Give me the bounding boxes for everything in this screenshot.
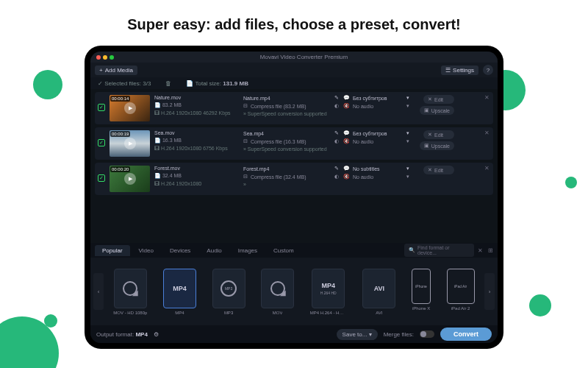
- audio-icon: 🔇: [343, 103, 350, 109]
- src-size: 📄 32.4 MB: [154, 173, 239, 179]
- play-icon[interactable]: ▶: [124, 138, 136, 149]
- tab-video[interactable]: Video: [132, 245, 161, 256]
- audio-dropdown[interactable]: No audio: [353, 174, 373, 180]
- play-icon[interactable]: ▶: [124, 173, 136, 185]
- thumbnail[interactable]: 00:00:19 ▶: [110, 130, 150, 157]
- edit-name-icon[interactable]: ✎: [334, 130, 339, 136]
- remove-file-button[interactable]: ✕: [484, 165, 490, 171]
- preset-label: MOV - HD 1080p: [113, 311, 147, 315]
- subs-dropdown[interactable]: Без субтитров: [353, 131, 387, 136]
- checkbox[interactable]: ✓: [98, 139, 105, 146]
- preset-mp4[interactable]: MP4MP4: [163, 269, 196, 315]
- merge-toggle[interactable]: [420, 330, 434, 338]
- remove-file-button[interactable]: ✕: [484, 130, 490, 136]
- page-headline: Super easy: add files, choose a preset, …: [0, 0, 588, 33]
- preset-search[interactable]: 🔍Find format or device...: [404, 244, 474, 257]
- file-list: ✓ 00:00:14 ▶ Nature.mov 📄 83.2 MB 🎞 H.26…: [90, 89, 498, 243]
- preset-mov-hd-1080p[interactable]: ◢MOV - HD 1080p: [113, 269, 147, 315]
- preset-ipad-air-2[interactable]: iPad AiriPad Air 2: [447, 269, 475, 315]
- edit-name-icon[interactable]: ✎: [334, 166, 339, 171]
- preset-mp3[interactable]: MP3MP3: [212, 269, 245, 315]
- total-size: 📄 Total size: 131.9 MB: [186, 80, 248, 87]
- preset-label: iPad Air 2: [451, 306, 470, 311]
- compress-icon: ⊟: [243, 174, 248, 180]
- src-codec: 🎞 H.264 1920x1080: [154, 181, 239, 186]
- wrench-icon: ✕: [428, 167, 432, 173]
- preset-next-button[interactable]: ›: [484, 273, 495, 310]
- subs-icon: 💬: [343, 95, 350, 101]
- zoom-dot[interactable]: [110, 55, 114, 60]
- preset-label: MOV: [273, 311, 283, 315]
- preset-iphone-x[interactable]: iPhoneiPhone X: [412, 269, 431, 315]
- audio-icon: 🔇: [343, 174, 350, 180]
- wrench-icon: ✕: [428, 132, 432, 138]
- save-to-button[interactable]: Save to... ▾: [337, 329, 378, 340]
- preset-label: AVI: [376, 311, 382, 315]
- upscale-button[interactable]: ▣ Upscale: [420, 141, 454, 150]
- edit-name-icon[interactable]: ✎: [334, 95, 339, 101]
- edit-button[interactable]: ✕ Edit: [423, 95, 454, 104]
- subs-dropdown[interactable]: Без субтитров: [353, 96, 387, 101]
- tablet-frame: Movavi Video Converter Premium +Add Medi…: [85, 46, 503, 349]
- compress-info[interactable]: Compress file (32.4 MB): [251, 174, 306, 180]
- edit-button[interactable]: ✕ Edit: [423, 130, 454, 139]
- compress-info[interactable]: Compress file (16.3 MB): [251, 139, 306, 144]
- src-filename: Nature.mov: [154, 95, 239, 100]
- ai-icon: ▣: [424, 107, 429, 113]
- tab-popular[interactable]: Popular: [95, 245, 130, 256]
- remove-file-button[interactable]: ✕: [484, 94, 490, 101]
- preset-mp4-h-264-hd-7-[interactable]: MP4H.264 HDMP4 H.264 - HD 7...: [310, 269, 347, 315]
- out-filename: Sea.mp4: [243, 131, 264, 136]
- src-size: 📄 83.2 MB: [154, 102, 239, 108]
- play-icon[interactable]: ▶: [124, 102, 136, 114]
- minimize-dot[interactable]: [103, 55, 107, 60]
- tab-audio[interactable]: Audio: [199, 245, 229, 256]
- audio-dropdown[interactable]: No audio: [353, 104, 373, 109]
- compress-icon: ⊟: [243, 103, 248, 109]
- out-filename: Nature.mp4: [243, 96, 270, 101]
- audio-dropdown[interactable]: No audio: [353, 139, 373, 144]
- subs-dropdown[interactable]: No subtitles: [353, 166, 380, 171]
- question-icon: ?: [487, 67, 490, 74]
- preset-prev-button[interactable]: ‹: [93, 273, 104, 310]
- tab-devices[interactable]: Devices: [162, 245, 198, 256]
- duration-badge: 00:00:20: [110, 166, 130, 172]
- preset-avi[interactable]: AVIAVI: [362, 269, 395, 315]
- src-codec: 🎞 H.264 1920x1080 6756 Kbps: [154, 146, 239, 151]
- duration-badge: 00:00:19: [110, 131, 130, 137]
- file-row[interactable]: ✓ 00:00:20 ▶ Forest.mov 📄 32.4 MB 🎞 H.26…: [95, 163, 493, 195]
- preset-label: MP3: [224, 311, 233, 315]
- src-filename: Forest.mov: [154, 166, 239, 171]
- compress-info[interactable]: Compress file (83.2 MB): [251, 104, 306, 109]
- upscale-button[interactable]: ▣ Upscale: [420, 106, 454, 115]
- output-settings-icon[interactable]: ⚙: [154, 331, 159, 338]
- file-row[interactable]: ✓ 00:00:14 ▶ Nature.mov 📄 83.2 MB 🎞 H.26…: [95, 92, 493, 124]
- checkbox[interactable]: ✓: [98, 174, 105, 182]
- preset-label: iPhone X: [412, 306, 430, 311]
- file-row[interactable]: ✓ 00:00:19 ▶ Sea.mov 📄 16.3 MB 🎞 H.264 1…: [95, 127, 493, 160]
- settings-button[interactable]: ☰Settings: [441, 66, 478, 75]
- tab-custom[interactable]: Custom: [266, 245, 301, 256]
- search-close-icon[interactable]: ✕: [478, 247, 483, 254]
- preset-grid-icon[interactable]: ⊞: [488, 247, 493, 254]
- trash-icon[interactable]: 🗑: [165, 80, 171, 87]
- subs-icon: 💬: [343, 166, 350, 171]
- close-dot[interactable]: [96, 55, 101, 60]
- src-codec: 🎞 H.264 1920x1080 46292 Kbps: [154, 110, 239, 116]
- convert-button[interactable]: Convert: [440, 328, 492, 341]
- selected-count: ✓ Selected files: 3/3: [98, 80, 151, 87]
- help-button[interactable]: ?: [483, 65, 493, 75]
- checkbox[interactable]: ✓: [98, 104, 105, 111]
- duration-badge: 00:00:14: [110, 96, 130, 102]
- superspeed-note: »: [243, 182, 339, 187]
- preset-mov[interactable]: ◢MOV: [261, 269, 294, 315]
- add-media-button[interactable]: +Add Media: [95, 66, 137, 75]
- thumbnail[interactable]: 00:00:14 ▶: [110, 95, 150, 121]
- plus-icon: +: [99, 67, 103, 74]
- preset-tabs: PopularVideoDevicesAudioImagesCustom 🔍Fi…: [90, 243, 498, 258]
- ai-icon: ▣: [424, 143, 429, 149]
- tab-images[interactable]: Images: [231, 245, 265, 256]
- thumbnail[interactable]: 00:00:20 ▶: [110, 166, 150, 192]
- edit-button[interactable]: ✕ Edit: [423, 166, 454, 174]
- sliders-icon: ☰: [445, 67, 451, 74]
